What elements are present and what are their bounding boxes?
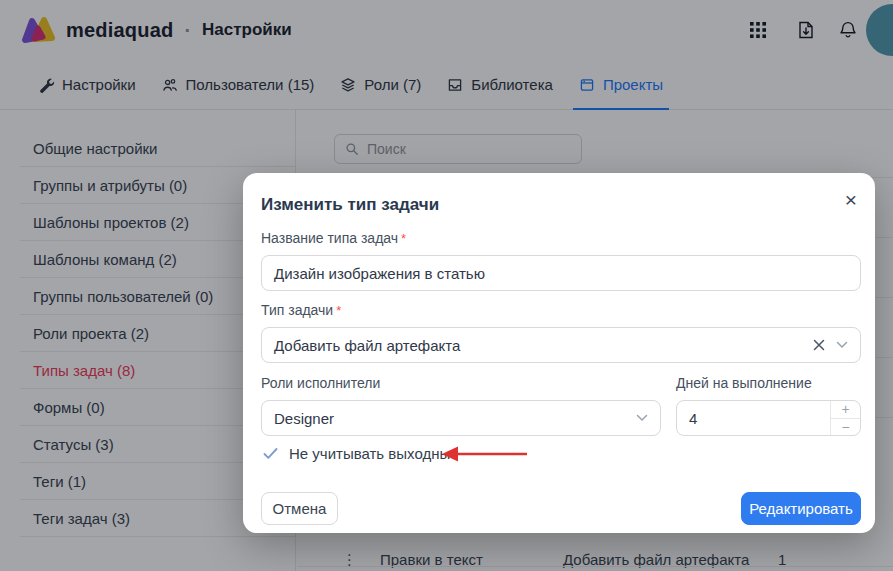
chevron-down-icon[interactable]	[836, 341, 848, 349]
decrement-button[interactable]: −	[831, 419, 860, 436]
task-type-select[interactable]: Добавить файл артефакта	[261, 327, 861, 363]
required-asterisk: *	[336, 303, 341, 318]
days-label: Дней на выполнение	[676, 375, 812, 391]
skip-weekends-checkbox[interactable]: Не учитывать выходные	[262, 445, 459, 462]
checkbox-label: Не учитывать выходные	[289, 445, 459, 462]
role-select[interactable]: Designer	[261, 400, 661, 436]
checkmark-icon	[262, 445, 279, 462]
annotation-arrow-icon	[441, 445, 529, 463]
app-screen: mediaquad · Настройки Настройки	[0, 0, 893, 571]
task-type-value: Добавить файл артефакта	[274, 337, 460, 354]
modal-title: Изменить тип задачи	[261, 195, 439, 215]
days-value: 4	[689, 410, 697, 427]
quantity-stepper: + −	[830, 401, 860, 435]
role-label: Роли исполнители	[261, 375, 380, 391]
task-name-value: Дизайн изображения в статью	[274, 265, 485, 282]
days-number-input[interactable]: 4 + −	[676, 400, 861, 436]
edit-submit-button[interactable]: Редактировать	[741, 492, 861, 525]
clear-icon[interactable]	[813, 339, 825, 351]
increment-button[interactable]: +	[831, 401, 860, 419]
chevron-down-icon[interactable]	[636, 414, 648, 422]
required-asterisk: *	[401, 231, 406, 246]
cancel-button[interactable]: Отмена	[261, 492, 338, 525]
role-value: Designer	[274, 410, 334, 427]
task-name-label: Название типа задач*	[261, 230, 406, 246]
task-type-label: Тип задачи*	[261, 302, 341, 318]
task-name-input[interactable]: Дизайн изображения в статью	[261, 255, 861, 291]
edit-task-type-modal: Изменить тип задачи × Название типа зада…	[243, 173, 875, 533]
close-icon[interactable]: ×	[845, 189, 857, 210]
